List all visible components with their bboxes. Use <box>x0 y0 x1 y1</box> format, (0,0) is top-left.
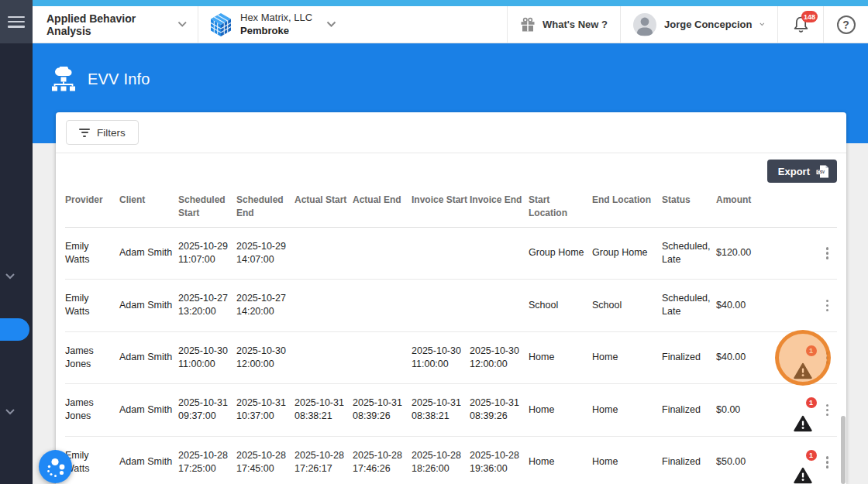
filter-icon <box>79 129 90 137</box>
export-csv-button[interactable]: Export CSV <box>767 160 837 183</box>
scheduled-end-cell: 2025-10-28 17:45:00 <box>236 436 294 484</box>
scheduled-end-cell: 2025-10-31 10:37:00 <box>236 384 294 437</box>
sidebar-active-indicator[interactable] <box>0 318 29 341</box>
actual-start-cell <box>294 331 353 384</box>
cookie-icon <box>43 454 69 480</box>
row-menu-button[interactable] <box>824 455 832 470</box>
col-header-invoice-start: Invoice Start <box>412 189 470 227</box>
whats-new-label: What's New ? <box>542 19 608 30</box>
invoice-start-cell <box>412 280 470 332</box>
actual-end-cell: 2025-10-31 08:39:26 <box>353 384 412 437</box>
warning-triangle-icon <box>794 415 812 432</box>
organization-switcher[interactable]: Hex Matrix, LLC Pembroke <box>198 6 336 43</box>
filters-label: Filters <box>97 127 126 139</box>
scheduled-start-cell: 2025-10-28 17:25:00 <box>178 436 236 484</box>
actions-cell: 1 <box>773 384 837 437</box>
filters-bar: Filters <box>56 112 846 153</box>
amount-cell: $50.00 <box>716 436 773 484</box>
user-menu[interactable]: Jorge Concepcion <box>620 6 777 43</box>
org-location: Pembroke <box>240 25 289 36</box>
table-row: Emily Watts Adam Smith 2025-10-29 11:07:… <box>65 227 837 280</box>
whats-new-button[interactable]: What's New ? <box>507 6 620 43</box>
topbar-spacer <box>336 6 507 43</box>
table-header-row: Provider Client Scheduled Start Schedule… <box>65 189 837 227</box>
status-cell: Finalized <box>662 436 716 484</box>
actual-end-cell <box>353 227 412 280</box>
invoice-end-cell: 2025-10-31 08:39:26 <box>470 384 529 437</box>
status-cell: Scheduled, Late <box>662 227 716 280</box>
col-header-invoice-end: Invoice End <box>470 189 529 227</box>
scheduled-start-cell: 2025-10-31 09:37:00 <box>178 384 236 437</box>
col-header-status: Status <box>662 189 716 227</box>
warning-count-badge: 1 <box>806 397 817 408</box>
notifications-button[interactable]: 148 <box>777 6 823 43</box>
start-location-cell: Home <box>529 384 592 437</box>
actual-start-cell: 2025-10-31 08:38:21 <box>294 384 353 437</box>
col-header-amount: Amount <box>716 189 773 227</box>
status-cell: Scheduled, Late <box>662 280 716 332</box>
amount-cell: $120.00 <box>716 227 773 280</box>
invoice-start-cell: 2025-10-28 18:26:00 <box>412 436 470 484</box>
invoice-end-cell <box>470 280 529 332</box>
question-mark-icon: ? <box>837 15 856 34</box>
actions-cell: 1 <box>773 436 837 484</box>
row-menu-button[interactable] <box>824 298 832 314</box>
scheduled-start-cell: 2025-10-27 13:20:00 <box>178 280 236 332</box>
client-cell: Adam Smith <box>119 280 178 332</box>
provider-cell: Emily Watts <box>65 227 119 280</box>
actions-cell <box>773 227 837 280</box>
row-menu-button[interactable] <box>824 245 832 261</box>
amount-cell: $40.00 <box>716 280 773 332</box>
warning-triangle-icon <box>794 362 812 379</box>
topbar: Applied Behavior Analysis Hex Matrix, LL… <box>33 6 868 43</box>
filters-button[interactable]: Filters <box>66 120 139 145</box>
provider-cell: Emily Watts <box>65 436 119 484</box>
warning-count-badge: 1 <box>806 450 817 461</box>
invoice-end-cell: 2025-10-30 12:00:00 <box>470 331 529 384</box>
sidebar-menu-button[interactable] <box>0 0 33 43</box>
top-accent-bar <box>33 0 868 6</box>
col-header-client: Client <box>119 189 178 227</box>
actual-start-cell <box>294 280 353 332</box>
help-button[interactable]: ? <box>823 6 868 43</box>
avatar <box>633 13 656 36</box>
row-menu-button[interactable] <box>824 403 832 418</box>
invoice-start-cell: 2025-10-31 08:38:21 <box>412 384 470 437</box>
scheduled-end-cell: 2025-10-29 14:07:00 <box>236 227 294 280</box>
col-header-scheduled-start: Scheduled Start <box>178 189 236 227</box>
cookie-settings-button[interactable] <box>39 450 72 483</box>
org-name: Hex Matrix, LLC <box>240 12 312 23</box>
svg-text:CSV: CSV <box>818 170 825 174</box>
evv-table-card: Filters Export CSV <box>56 112 846 484</box>
client-cell: Adam Smith <box>119 384 178 437</box>
export-label: Export <box>778 166 810 177</box>
client-cell: Adam Smith <box>119 331 178 384</box>
sidebar <box>0 0 33 484</box>
actual-start-cell <box>294 227 353 280</box>
actions-cell <box>773 280 837 332</box>
scheduled-start-cell: 2025-10-30 11:00:00 <box>178 331 236 384</box>
warning-indicator[interactable]: 1 <box>794 454 812 471</box>
sidebar-chevron-down-icon[interactable] <box>5 408 16 416</box>
amount-cell: $0.00 <box>716 384 773 437</box>
start-location-cell: School <box>529 280 592 332</box>
row-menu-button[interactable] <box>824 350 832 366</box>
table-container: Export CSV <box>56 153 846 484</box>
invoice-end-cell: 2025-10-28 19:36:00 <box>470 436 529 484</box>
end-location-cell: Home <box>592 436 662 484</box>
scheduled-end-cell: 2025-10-27 14:20:00 <box>236 280 294 332</box>
table-row: Emily Watts Adam Smith 2025-10-28 17:25:… <box>65 436 837 484</box>
warning-indicator[interactable]: 1 <box>794 349 812 366</box>
col-header-actions <box>773 189 837 227</box>
end-location-cell: School <box>592 280 662 332</box>
warning-indicator[interactable]: 1 <box>794 401 812 418</box>
product-name: Applied Behavior Analysis <box>46 12 177 37</box>
warning-count-badge: 1 <box>806 345 817 356</box>
sidebar-chevron-down-icon[interactable] <box>5 273 16 280</box>
scrollbar-thumb[interactable] <box>841 416 846 484</box>
status-cell: Finalized <box>662 331 716 384</box>
product-switcher[interactable]: Applied Behavior Analysis <box>33 6 198 43</box>
start-location-cell: Home <box>529 331 592 384</box>
end-location-cell: Group Home <box>592 227 662 280</box>
provider-cell: James Jones <box>65 384 119 437</box>
